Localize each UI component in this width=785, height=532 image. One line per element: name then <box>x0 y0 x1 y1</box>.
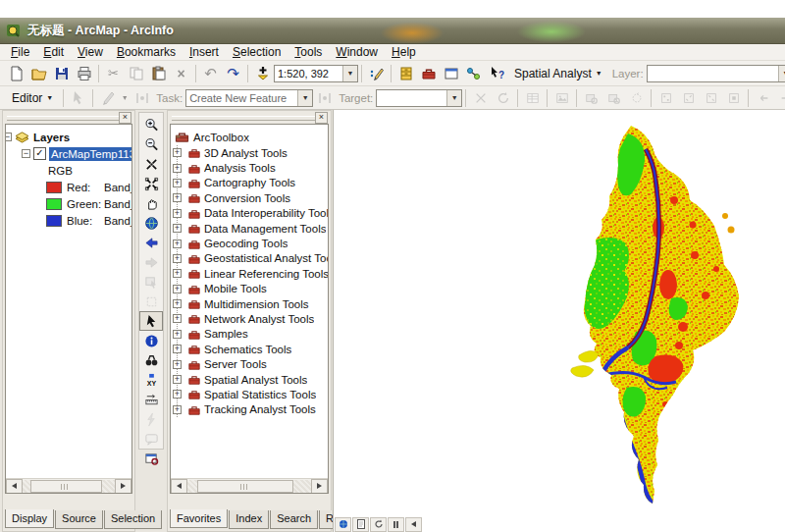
pause-drawing-button[interactable] <box>388 517 404 532</box>
menu-item[interactable]: File <box>4 44 36 60</box>
toc-tab[interactable]: Selection <box>104 510 162 529</box>
identify-tool[interactable] <box>139 331 163 350</box>
toc-close-button[interactable]: × <box>119 112 131 124</box>
scroll-thumb[interactable] <box>30 480 102 493</box>
expand-icon[interactable]: + <box>173 345 182 353</box>
dropdown-arrow-icon[interactable]: ▼ <box>778 66 785 81</box>
expand-icon[interactable]: + <box>173 314 182 323</box>
toolbox-item[interactable]: + Samples <box>173 327 328 342</box>
measure-tool[interactable] <box>139 390 163 409</box>
undo-button[interactable]: ↶ <box>199 63 222 84</box>
viewer-window-button[interactable] <box>139 449 163 468</box>
toolbox-item[interactable]: + Schematics Tools <box>173 342 328 356</box>
rectify-button[interactable] <box>722 87 745 109</box>
fixed-zoom-in-button[interactable] <box>139 154 163 174</box>
menu-item[interactable]: Insert <box>183 44 226 60</box>
scroll-thumb[interactable] <box>197 480 293 493</box>
toc-tab[interactable]: Display <box>5 509 54 528</box>
menu-item[interactable]: Edit <box>36 44 71 60</box>
rotate-tool-button[interactable] <box>492 87 514 109</box>
cut-button[interactable]: ✂ <box>102 63 125 84</box>
menu-item[interactable]: Bookmarks <box>110 44 183 60</box>
rotate-raster-button[interactable] <box>625 87 648 109</box>
copy-button[interactable] <box>125 63 147 84</box>
add-control-points-button[interactable] <box>580 87 602 109</box>
arctoolbox-button[interactable] <box>417 63 440 84</box>
scroll-left-button[interactable] <box>6 479 23 494</box>
dropdown-arrow-icon[interactable]: ▼ <box>342 66 357 81</box>
map-scale-combobox[interactable]: 1:520, 392 ▼ <box>274 65 358 82</box>
panel-grip[interactable] <box>7 116 119 121</box>
scroll-track[interactable] <box>23 480 115 493</box>
expand-icon[interactable]: + <box>173 390 182 399</box>
expand-icon[interactable]: + <box>173 193 182 202</box>
map-scroll-left-button[interactable] <box>405 517 422 532</box>
expand-icon[interactable]: + <box>173 330 182 339</box>
rotate-point-button[interactable] <box>469 87 492 109</box>
fixed-zoom-out-button[interactable] <box>139 174 163 193</box>
band-row[interactable]: Green: Band_2 <box>46 195 131 212</box>
clear-selection-button[interactable] <box>139 292 163 311</box>
collapse-icon[interactable]: − <box>5 133 12 141</box>
spatial-analyst-menu[interactable]: Spatial Analyst ▼ <box>507 62 609 85</box>
view-link-table-button[interactable] <box>602 87 625 109</box>
scroll-right-button[interactable] <box>115 479 131 494</box>
expand-icon[interactable]: + <box>173 148 182 157</box>
scroll-right-button[interactable] <box>311 479 328 494</box>
expand-icon[interactable]: + <box>173 299 182 308</box>
refresh-view-button[interactable] <box>370 517 387 532</box>
toolbox-item[interactable]: + Data Interoperability Tools <box>173 206 328 221</box>
paste-button[interactable] <box>147 63 170 84</box>
shift-left-button[interactable] <box>752 87 774 109</box>
arccatalog-button[interactable] <box>394 63 417 84</box>
dropdown-arrow-icon[interactable]: ▼ <box>446 90 461 106</box>
toolbox-item[interactable]: + Spatial Analyst Tools <box>173 372 328 387</box>
toolbox-item[interactable]: + Multidimension Tools <box>173 296 328 311</box>
layout-view-button[interactable] <box>352 517 369 532</box>
select-elements-tool[interactable] <box>139 311 163 331</box>
editor-menu[interactable]: Editor ▼ <box>5 86 60 110</box>
scroll-track[interactable] <box>187 480 311 493</box>
go-back-extent-button[interactable] <box>139 233 163 252</box>
expand-icon[interactable]: + <box>173 224 182 233</box>
toolbox-item[interactable]: + Tracking Analyst Tools <box>173 402 328 417</box>
toolbox-item[interactable]: + Geostatistical Analyst Tools <box>173 251 328 266</box>
data-view-button[interactable] <box>335 517 351 532</box>
expand-icon[interactable]: + <box>173 269 182 278</box>
layer-visibility-checkbox[interactable]: ✓ <box>33 147 46 160</box>
toolbox-item[interactable]: + Data Management Tools <box>173 221 328 236</box>
toolbox-item[interactable]: + Server Tools <box>173 356 328 371</box>
menu-item[interactable]: Window <box>329 44 385 60</box>
expand-icon[interactable]: + <box>173 239 182 248</box>
shift-right-button[interactable] <box>774 87 785 109</box>
redo-button[interactable]: ↷ <box>222 63 244 84</box>
collapse-icon[interactable]: − <box>22 149 30 158</box>
editor-sketch-tool-button[interactable] <box>365 63 388 84</box>
dropdown-arrow-icon[interactable]: ▼ <box>297 90 312 106</box>
zoom-in-tool[interactable] <box>139 115 163 134</box>
layer-combobox[interactable]: ▼ <box>647 65 785 82</box>
panel-grip[interactable] <box>172 116 315 121</box>
composite-row[interactable]: RGB <box>34 162 131 179</box>
layer-row[interactable]: − ✓ ArcMapTemp1130941 <box>22 145 131 162</box>
fit-to-display-button[interactable] <box>654 87 677 109</box>
flip-horizontal-button[interactable] <box>677 87 700 109</box>
toolbox-item[interactable]: + Network Analyst Tools <box>173 311 328 326</box>
menu-item[interactable]: Help <box>385 44 423 60</box>
go-to-xy-tool[interactable]: XY <box>139 370 163 390</box>
snapping-button[interactable] <box>131 87 153 109</box>
open-button[interactable] <box>27 63 50 84</box>
toolbox-item[interactable]: + Cartography Tools <box>173 176 328 190</box>
expand-icon[interactable]: + <box>173 179 182 187</box>
expand-icon[interactable]: + <box>173 285 182 293</box>
hyperlink-tool[interactable] <box>139 409 163 429</box>
delete-button[interactable]: × <box>170 63 192 84</box>
find-tool[interactable] <box>139 350 163 370</box>
pan-tool[interactable] <box>139 193 163 213</box>
expand-icon[interactable]: + <box>173 360 182 369</box>
sketch-tool-dropdown[interactable]: ▼ <box>119 87 131 109</box>
arctoolbox-panel-header[interactable]: × <box>170 112 329 123</box>
attributes-table-button[interactable] <box>521 87 544 109</box>
toolbox-item[interactable]: + Geocoding Tools <box>173 236 328 250</box>
toolbox-item[interactable]: + Analysis Tools <box>173 160 328 175</box>
